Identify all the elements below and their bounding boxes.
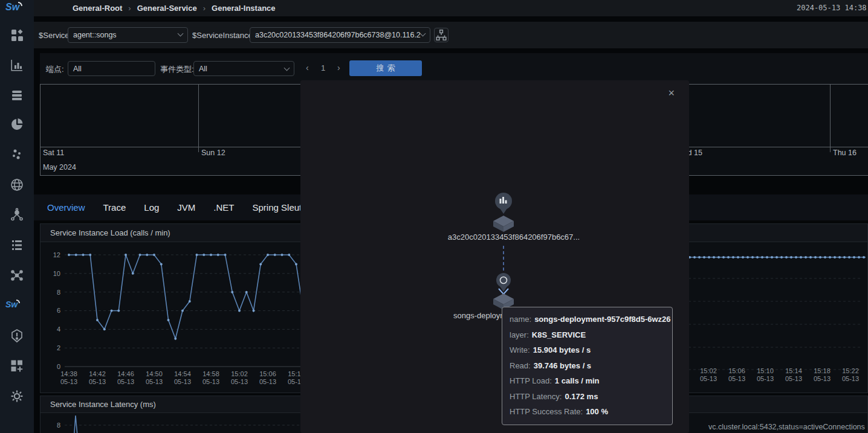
tab[interactable]: JVM [177, 202, 195, 213]
svg-text:6: 6 [57, 307, 60, 314]
breadcrumb-service[interactable]: General-Service [137, 4, 197, 13]
svg-text:14:3805-13: 14:3805-13 [60, 370, 77, 385]
svg-text:15:1805-13: 15:1805-13 [814, 367, 831, 382]
tooltip-label: Write: [510, 345, 530, 354]
charts-icon[interactable] [10, 58, 24, 72]
tooltip-row: Write:15.904 bytes / s [510, 342, 665, 358]
svg-text:4: 4 [57, 326, 60, 333]
timeline-day-label: Thu 16 [833, 149, 857, 157]
chevron-down-icon [420, 31, 426, 37]
tooltip-value: songs-deployment-957c9f8d5-6wz26 [534, 315, 670, 324]
tooltip-row: HTTP Load:1 calls / min [510, 373, 665, 389]
node-tooltip: name:songs-deployment-957c9f8d5-6wz26lay… [502, 307, 673, 425]
chevron-down-icon [178, 31, 184, 37]
timeline-month-label: May 2024 [43, 163, 76, 172]
skywalking-logo[interactable]: Sw [5, 2, 22, 13]
tooltip-value: K8S_SERVICE [532, 330, 586, 339]
service-instance-select[interactable]: a3c20c020133453f864206f97b6c6738@10.116.… [250, 27, 430, 43]
tooltip-value: 39.746 bytes / s [534, 361, 591, 370]
tooltip-row: name:songs-deployment-957c9f8d5-6wz26 [510, 312, 665, 327]
date-range[interactable]: 2024-05-13 14:38 ~ 2024-05 [797, 4, 868, 12]
breadcrumb-separator: › [128, 4, 131, 13]
svg-text:15:0205-13: 15:0205-13 [700, 367, 717, 382]
settings-gear-icon[interactable] [10, 389, 24, 403]
svg-text:8: 8 [57, 422, 60, 429]
tooltip-label: HTTP Load: [510, 376, 552, 385]
svg-text:15:0605-13: 15:0605-13 [728, 367, 745, 382]
svg-text:2: 2 [57, 344, 60, 351]
search-button[interactable]: 搜索 [349, 60, 422, 76]
endpoint-input[interactable]: All [68, 61, 155, 76]
tooltip-value: 1 calls / min [555, 376, 600, 385]
tooltip-value: 0.172 ms [565, 392, 598, 401]
tooltip-value: 100 % [586, 407, 608, 416]
tab[interactable]: Overview [47, 202, 85, 213]
tooltip-row: layer:K8S_SERVICE [510, 327, 665, 343]
selector-row: $Service agent::songs $ServiceInstance a… [34, 22, 868, 48]
tab[interactable]: Spring Sleuth [253, 202, 307, 213]
node1-label[interactable]: a3c20c020133453f864206f97b6c67... [448, 233, 580, 242]
tooltip-label: HTTP Success Rate: [510, 407, 583, 416]
globe-icon[interactable] [10, 178, 24, 192]
endpoint-label: 端点: [46, 64, 64, 75]
svg-text:15:1405-13: 15:1405-13 [785, 367, 802, 382]
svg-text:12: 12 [53, 251, 60, 258]
logo-swoosh-icon [18, 2, 22, 6]
event-type-label: 事件类型: [160, 64, 194, 75]
topology-mini-icon [435, 28, 448, 42]
timeline-day-line [830, 85, 831, 152]
tooltip-value: 15.904 bytes / s [533, 345, 591, 354]
alert-shield-icon[interactable] [10, 329, 24, 343]
pie-chart-icon[interactable] [10, 117, 24, 132]
chevron-down-icon [284, 65, 290, 71]
svg-text:8: 8 [57, 289, 60, 296]
timeline-day-line [40, 85, 40, 176]
tooltip-row: HTTP Latency:0.172 ms [510, 389, 665, 405]
top-bar: General-Root › General-Service › General… [34, 0, 868, 16]
service-instance-label: $ServiceInstance [192, 31, 253, 40]
instance-topology-button[interactable] [434, 28, 449, 42]
tooltip-label: Read: [510, 361, 531, 370]
tooltip-label: HTTP Latency: [510, 392, 562, 401]
next-page-button[interactable]: › [337, 63, 340, 72]
skywalking-instance-page: Sw Sw General-Root › General-Service › G… [0, 0, 868, 433]
timeline-day-label: Sat 11 [43, 149, 64, 157]
tooltip-row: HTTP Success Rate:100 % [510, 404, 665, 420]
tab[interactable]: Trace [103, 202, 126, 213]
node2-label[interactable]: songs-deploym [453, 311, 507, 320]
tooltip-label: name: [510, 315, 531, 324]
skywalking-logo-secondary[interactable]: Sw [5, 300, 20, 309]
topology-icon[interactable] [10, 208, 24, 222]
instance-topology-popup: × a3c20c020133453f864206f97b6c67...songs… [300, 80, 689, 433]
svg-text:15:0605-13: 15:0605-13 [259, 370, 276, 385]
breadcrumb-root[interactable]: General-Root [73, 4, 122, 13]
tooltip-row: Read:39.746 bytes / s [510, 358, 665, 374]
tab[interactable]: Log [144, 202, 159, 213]
cluster-icon[interactable] [10, 147, 24, 162]
svg-text:14:5805-13: 14:5805-13 [202, 370, 219, 385]
logo-swoosh-icon [16, 300, 20, 303]
storage-icon[interactable] [10, 88, 24, 103]
svg-text:0: 0 [57, 363, 60, 370]
svg-text:15:0205-13: 15:0205-13 [231, 370, 248, 385]
svg-text:15:2205-13: 15:2205-13 [842, 367, 859, 382]
page-number: 1 [321, 63, 325, 72]
dashboard-icon[interactable] [10, 28, 24, 42]
widgets-plus-icon[interactable] [10, 359, 24, 373]
svg-text:10: 10 [53, 270, 60, 277]
tab[interactable]: .NET [213, 202, 234, 213]
event-filter-row: 端点: All 事件类型: All ‹ 1 › 搜索 [40, 53, 868, 84]
event-type-select[interactable]: All [193, 61, 294, 76]
service-label: $Service [39, 31, 70, 40]
sidebar: Sw Sw [0, 0, 34, 433]
service-select[interactable]: agent::songs [68, 27, 188, 43]
event-list-icon[interactable] [10, 238, 24, 252]
tooltip-label: layer: [510, 330, 529, 339]
svg-text:14:4205-13: 14:4205-13 [89, 370, 106, 385]
svg-text:14:5405-13: 14:5405-13 [174, 370, 191, 385]
breadcrumb-instance[interactable]: General-Instance [212, 4, 276, 13]
dependency-icon[interactable] [10, 268, 24, 283]
breadcrumb-separator: › [203, 4, 206, 13]
prev-page-button[interactable]: ‹ [306, 63, 309, 72]
chart-legend[interactable]: vc.cluster.local:5432,status=activeConne… [708, 423, 868, 431]
